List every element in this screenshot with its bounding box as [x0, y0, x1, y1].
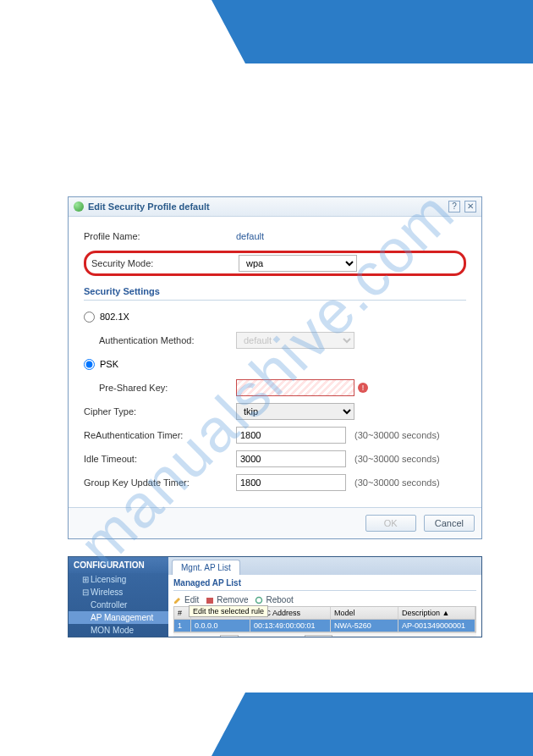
dialog-icon — [74, 201, 84, 212]
group-row: Group Key Update Timer: (30~30000 second… — [84, 473, 466, 492]
radio-psk[interactable] — [84, 359, 95, 370]
idle-label: Idle Timeout: — [84, 454, 236, 464]
tooltip: Edit the selected rule — [189, 605, 268, 617]
sidebar: CONFIGURATION ⊞Licensing ⊟Wireless Contr… — [69, 557, 168, 637]
reauth-hint: (30~30000 seconds) — [354, 430, 440, 440]
group-input[interactable] — [236, 474, 346, 491]
reboot-button[interactable]: Reboot — [255, 595, 293, 604]
tab-mgnt-ap-list[interactable]: Mgnt. AP List — [172, 560, 240, 575]
close-icon[interactable]: ✕ — [464, 201, 476, 212]
config-header: CONFIGURATION — [69, 557, 168, 573]
sidebar-item-load-balancing[interactable]: Load Balancing — [69, 637, 168, 637]
cipher-select[interactable]: tkip — [236, 403, 354, 420]
security-mode-label: Security Mode: — [91, 258, 239, 268]
toolbar: Edit Remove Reboot Edit the selected rul… — [173, 593, 476, 606]
cell-model: NWA-5260 — [331, 620, 398, 632]
radio-8021x[interactable] — [84, 312, 95, 323]
managed-ap-list-header: Managed AP List — [173, 578, 476, 591]
sidebar-item-mon-mode[interactable]: MON Mode — [69, 624, 168, 637]
sidebar-item-licensing[interactable]: ⊞Licensing — [69, 573, 168, 586]
edit-security-profile-dialog: Edit Security Profile default ? ✕ Profil… — [68, 196, 482, 539]
col-desc[interactable]: Description ▲ — [398, 607, 475, 619]
pager-prev-icon[interactable]: ◂ — [188, 637, 195, 637]
edit-icon — [173, 596, 182, 604]
psk-row: Pre-Shared Key: ! — [99, 378, 466, 397]
reauth-row: ReAuthentication Timer: (30~30000 second… — [84, 426, 466, 444]
pager-show-label: Show — [283, 637, 302, 637]
dialog-title: Edit Security Profile default — [88, 201, 444, 212]
pager-page-input[interactable] — [220, 635, 239, 637]
cancel-button[interactable]: Cancel — [424, 515, 475, 532]
cell-desc: AP-001349000001 — [398, 620, 475, 632]
bottom-banner — [245, 693, 533, 756]
cipher-label: Cipher Type: — [84, 406, 236, 417]
dialog-footer: OK Cancel — [69, 507, 481, 538]
dialog-body: Profile Name: default Security Mode: wpa… — [69, 217, 481, 507]
idle-hint: (30~30000 seconds) — [354, 454, 440, 464]
edit-label: Edit — [184, 595, 199, 604]
svg-point-1 — [256, 597, 262, 603]
security-mode-row: Security Mode: wpa — [84, 251, 466, 276]
edit-button[interactable]: Edit — [173, 595, 199, 604]
sidebar-item-label: Licensing — [91, 575, 126, 584]
col-model[interactable]: Model — [331, 607, 398, 619]
radio-psk-label: PSK — [100, 359, 118, 369]
sidebar-item-label: Wireless — [91, 588, 123, 597]
group-label: Group Key Update Timer: — [84, 477, 236, 488]
sidebar-item-ap-management[interactable]: AP Management — [69, 611, 168, 624]
reboot-label: Reboot — [266, 595, 293, 604]
reboot-icon — [255, 596, 263, 604]
remove-button[interactable]: Remove — [206, 595, 248, 604]
auth-method-select: default — [236, 332, 354, 349]
reauth-label: ReAuthentication Timer: — [84, 430, 236, 440]
table-row[interactable]: 1 0.0.0.0 00:13:49:00:00:01 NWA-5260 AP-… — [173, 620, 476, 632]
cell-mac: 00:13:49:00:00:01 — [250, 620, 331, 632]
remove-icon — [206, 596, 214, 604]
auth-method-label: Authentication Method: — [99, 335, 236, 345]
management-panel: CONFIGURATION ⊞Licensing ⊟Wireless Contr… — [68, 556, 482, 637]
auth-method-row: Authentication Method: default — [99, 331, 466, 350]
security-mode-select[interactable]: wpa — [239, 255, 357, 272]
top-banner — [245, 0, 533, 63]
ok-button[interactable]: OK — [365, 515, 416, 532]
reauth-input[interactable] — [236, 427, 346, 444]
dialog-titlebar: Edit Security Profile default ? ✕ — [69, 197, 481, 217]
profile-name-value: default — [236, 231, 264, 241]
idle-row: Idle Timeout: (30~30000 seconds) — [84, 450, 466, 468]
remove-label: Remove — [217, 595, 248, 604]
security-settings-header: Security Settings — [84, 283, 466, 301]
psk-input[interactable] — [236, 379, 354, 396]
pager-of-label: of 1 — [242, 637, 255, 637]
list-area: Managed AP List Edit Remove Reboot Edit … — [168, 575, 481, 637]
pager-last-icon[interactable]: ▸| — [269, 637, 278, 637]
pager-next-icon[interactable]: ▸ — [258, 637, 266, 637]
pager-size-select[interactable]: 50 — [305, 635, 332, 637]
cipher-row: Cipher Type: tkip — [84, 402, 466, 421]
pager-first-icon[interactable]: |◂ — [175, 637, 184, 637]
radio-8021x-row: 802.1X — [84, 307, 466, 326]
sidebar-item-wireless[interactable]: ⊟Wireless — [69, 586, 168, 599]
pager-page-label: Page — [199, 637, 217, 637]
pager: |◂ ◂ Page of 1 ▸ ▸| Show 50 items Displa… — [173, 632, 476, 637]
psk-label: Pre-Shared Key: — [99, 383, 236, 393]
group-hint: (30~30000 seconds) — [354, 477, 440, 488]
cell-ip: 0.0.0.0 — [191, 620, 250, 632]
pager-items-label: items — [336, 637, 354, 637]
cell-num: 1 — [174, 620, 191, 632]
radio-psk-row: PSK — [84, 355, 466, 373]
tab-bar: Mgnt. AP List — [168, 557, 481, 575]
svg-rect-0 — [206, 598, 213, 604]
pager-display: Displaying 1 - 1 of 1 — [407, 637, 475, 637]
main-area: Mgnt. AP List Managed AP List Edit Remov… — [168, 557, 481, 637]
profile-name-label: Profile Name: — [84, 231, 236, 241]
radio-8021x-label: 802.1X — [100, 312, 129, 322]
profile-name-row: Profile Name: default — [84, 227, 466, 246]
sidebar-item-controller[interactable]: Controller — [69, 599, 168, 611]
help-icon[interactable]: ? — [448, 201, 460, 212]
error-icon: ! — [358, 383, 368, 393]
idle-input[interactable] — [236, 450, 346, 467]
